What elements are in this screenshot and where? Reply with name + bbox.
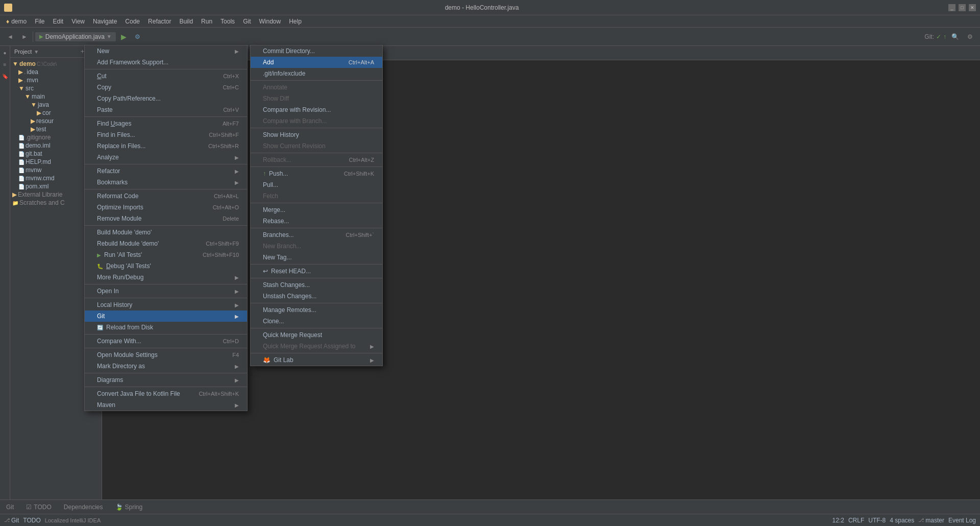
menu-code[interactable]: Code xyxy=(121,17,144,26)
ctx-convert-java-kotlin[interactable]: Convert Java File to Kotlin File Ctrl+Al… xyxy=(85,388,247,399)
status-todo[interactable]: TODO xyxy=(23,517,40,524)
ctx-find-files[interactable]: Find in Files... Ctrl+Shift+F xyxy=(85,129,247,140)
menu-run[interactable]: Run xyxy=(197,17,216,26)
menu-view[interactable]: View xyxy=(67,17,89,26)
close-button[interactable]: ✕ xyxy=(969,4,976,11)
sub-gitinfo-exclude[interactable]: .git/info/exclude xyxy=(251,68,382,79)
ctx-mark-directory[interactable]: Mark Directory as ▶ xyxy=(85,361,247,372)
ctx-optimize-imports[interactable]: Optimize Imports Ctrl+Alt+O xyxy=(85,202,247,213)
maximize-button[interactable]: □ xyxy=(959,4,966,11)
ctx-diagrams[interactable]: Diagrams ▶ xyxy=(85,374,247,386)
git-push-button[interactable]: ↑ xyxy=(943,33,946,40)
search-button[interactable]: 🔍 xyxy=(948,32,962,41)
project-panel-add[interactable]: + xyxy=(81,48,84,55)
bottom-tab-spring[interactable]: 🍃 Spring xyxy=(109,501,149,513)
status-branch[interactable]: ⎇ master xyxy=(918,517,944,524)
ctx-open-module-settings[interactable]: Open Module Settings F4 xyxy=(85,349,247,361)
sub-reset-head[interactable]: ↩ Reset HEAD... xyxy=(251,266,382,277)
minimize-button[interactable]: _ xyxy=(948,4,955,11)
git-check-button[interactable]: ✓ xyxy=(936,33,941,40)
sub-gitlab[interactable]: 🦊 Git Lab ▶ xyxy=(251,354,382,366)
toolbar-back-button[interactable]: ◄ xyxy=(4,32,16,41)
status-charset[interactable]: UTF-8 xyxy=(868,517,886,524)
run-button[interactable]: ▶ xyxy=(118,32,130,42)
sub-rollback[interactable]: Rollback... Ctrl+Alt+Z xyxy=(251,154,382,165)
sub-manage-remotes[interactable]: Manage Remotes... xyxy=(251,304,382,316)
ctx-build-module[interactable]: Build Module 'demo' xyxy=(85,227,247,238)
sub-show-diff[interactable]: Show Diff xyxy=(251,93,382,104)
sub-branches[interactable]: Branches... Ctrl+Shift+` xyxy=(251,229,382,241)
ctx-compare-with[interactable]: Compare With... Ctrl+D xyxy=(85,336,247,347)
sub-rebase[interactable]: Rebase... xyxy=(251,216,382,227)
sub-commit-dir[interactable]: Commit Directory... xyxy=(251,45,382,57)
ctx-replace-files[interactable]: Replace in Files... Ctrl+Shift+R xyxy=(85,140,247,152)
build-button[interactable]: ⚙ xyxy=(132,32,143,41)
sub-sep-3 xyxy=(251,153,382,153)
status-position[interactable]: 12:2 xyxy=(832,517,844,524)
sub-sep-2 xyxy=(251,128,382,128)
toolbar-forward-button[interactable]: ► xyxy=(18,32,31,41)
status-encoding[interactable]: CRLF xyxy=(848,517,864,524)
menu-tools[interactable]: Tools xyxy=(216,17,239,26)
ctx-copy-path[interactable]: Copy Path/Reference... xyxy=(85,93,247,104)
ctx-remove-module[interactable]: Remove Module Delete xyxy=(85,213,247,224)
ctx-open-in[interactable]: Open In ▶ xyxy=(85,285,247,297)
menu-build[interactable]: Build xyxy=(175,17,197,26)
ctx-find-usages[interactable]: Find Usages Alt+F7 xyxy=(85,118,247,129)
menu-navigate[interactable]: Navigate xyxy=(89,17,121,26)
ctx-run-all-tests[interactable]: ▶ Run 'All Tests' Ctrl+Shift+F10 xyxy=(85,249,247,260)
sub-push[interactable]: ↑ Push... Ctrl+Shift+K xyxy=(251,168,382,179)
activity-commit[interactable]: ● xyxy=(3,50,6,56)
sub-clone[interactable]: Clone... xyxy=(251,316,382,327)
bottom-tab-dependencies[interactable]: Dependencies xyxy=(58,501,109,513)
menu-window[interactable]: Window xyxy=(255,17,285,26)
sub-annotate[interactable]: Annotate xyxy=(251,82,382,93)
menu-file[interactable]: File xyxy=(31,17,48,26)
sub-compare-branch[interactable]: Compare with Branch... xyxy=(251,115,382,127)
ctx-bookmarks[interactable]: Bookmarks ▶ xyxy=(85,177,247,188)
sub-new-branch[interactable]: New Branch... xyxy=(251,241,382,252)
run-config-selector[interactable]: ▶ DemoApplication.java ▼ xyxy=(35,32,116,41)
sub-stash[interactable]: Stash Changes... xyxy=(251,279,382,291)
ctx-add-framework[interactable]: Add Framework Support... xyxy=(85,57,247,68)
ctx-git[interactable]: Git ▶ xyxy=(85,310,247,322)
status-indent[interactable]: 4 spaces xyxy=(890,517,914,524)
sub-show-current-revision[interactable]: Show Current Revision xyxy=(251,140,382,152)
sub-add[interactable]: Add Ctrl+Alt+A xyxy=(251,57,382,68)
sub-show-history[interactable]: Show History xyxy=(251,129,382,140)
git-submenu: Commit Directory... Add Ctrl+Alt+A .git/… xyxy=(250,45,383,366)
sub-pull[interactable]: Pull... xyxy=(251,179,382,190)
ctx-more-run[interactable]: More Run/Debug ▶ xyxy=(85,272,247,283)
ctx-rebuild-module[interactable]: Rebuild Module 'demo' Ctrl+Shift+F9 xyxy=(85,238,247,249)
menu-git[interactable]: Git xyxy=(239,17,255,26)
activity-structure[interactable]: ≡ xyxy=(4,62,7,67)
ctx-local-history[interactable]: Local History ▶ xyxy=(85,299,247,310)
status-git[interactable]: ⎇ Git xyxy=(4,517,19,524)
settings-button[interactable]: ⚙ xyxy=(964,32,976,41)
menu-help[interactable]: Help xyxy=(285,17,306,26)
sub-merge[interactable]: Merge... xyxy=(251,204,382,216)
bottom-tab-git[interactable]: Git xyxy=(0,501,20,513)
ctx-copy[interactable]: Copy Ctrl+C xyxy=(85,82,247,93)
ctx-maven[interactable]: Maven ▶ xyxy=(85,399,247,411)
status-event-log[interactable]: Event Log xyxy=(948,517,976,524)
sub-new-tag[interactable]: New Tag... xyxy=(251,252,382,263)
ctx-paste[interactable]: Paste Ctrl+V xyxy=(85,104,247,115)
menu-refactor[interactable]: Refactor xyxy=(144,17,175,26)
bottom-tabs: Git ☑ TODO Dependencies 🍃 Spring xyxy=(0,499,980,514)
ctx-reformat[interactable]: Reformat Code Ctrl+Alt+L xyxy=(85,190,247,202)
ctx-debug-all-tests[interactable]: 🐛 Debug 'All Tests' xyxy=(85,260,247,272)
ctx-refactor[interactable]: Refactor ▶ xyxy=(85,165,247,177)
ctx-new[interactable]: New ▶ xyxy=(85,45,247,57)
ctx-reload-disk[interactable]: 🔄 Reload from Disk xyxy=(85,322,247,333)
bottom-tab-todo[interactable]: ☑ TODO xyxy=(20,501,57,513)
sub-unstash[interactable]: Unstash Changes... xyxy=(251,291,382,302)
ctx-cut[interactable]: Cut Ctrl+X xyxy=(85,70,247,82)
sub-compare-revision[interactable]: Compare with Revision... xyxy=(251,104,382,115)
ctx-analyze[interactable]: Analyze ▶ xyxy=(85,152,247,163)
sub-quick-merge-request[interactable]: Quick Merge Request xyxy=(251,329,382,341)
sub-quick-merge-request-assigned[interactable]: Quick Merge Request Assigned to ▶ xyxy=(251,341,382,352)
menu-edit[interactable]: Edit xyxy=(49,17,68,26)
activity-bookmarks[interactable]: 🔖 xyxy=(2,74,8,79)
sub-fetch[interactable]: Fetch xyxy=(251,190,382,202)
